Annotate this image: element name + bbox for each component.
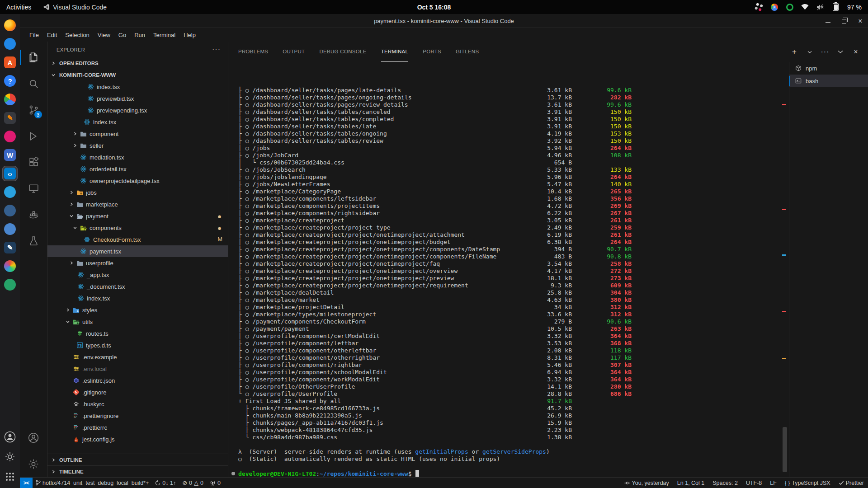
- wiki-icon[interactable]: W: [2, 147, 18, 163]
- root-folder-section[interactable]: KOMINITI-CORE-WWW: [47, 69, 228, 81]
- wifi-icon[interactable]: [801, 3, 809, 11]
- panel-tab-ports[interactable]: PORTS: [423, 42, 441, 62]
- browser-swirl-icon[interactable]: [2, 184, 18, 200]
- terminal-instance-bash[interactable]: bash: [789, 75, 868, 87]
- user-avatar-icon[interactable]: [2, 429, 18, 445]
- tree-item-folder[interactable]: styles: [47, 304, 228, 316]
- terminal-output[interactable]: ├ ○ /dashboard/seller/tasks/pages/late-d…: [228, 62, 781, 477]
- restore-button[interactable]: [841, 18, 847, 24]
- text-editor-icon[interactable]: ✎: [2, 110, 18, 126]
- tree-item-file[interactable]: previewpending.tsx: [47, 104, 228, 116]
- show-applications-grid-icon[interactable]: [2, 469, 18, 484]
- activitybar-settings[interactable]: [20, 451, 47, 477]
- chrome-icon[interactable]: [2, 92, 18, 107]
- menu-run[interactable]: Run: [130, 30, 149, 40]
- tree-item-file[interactable]: _app.tsx: [47, 269, 228, 281]
- tree-item-file[interactable]: .huskyrc: [47, 398, 228, 410]
- tree-item-file[interactable]: previewbid.tsx: [47, 93, 228, 104]
- notes-icon[interactable]: ✎: [2, 240, 18, 255]
- activitybar-accounts[interactable]: [20, 425, 47, 451]
- timeline-section[interactable]: TIMELINE: [47, 465, 228, 477]
- tree-item-file[interactable]: .prettierignore: [47, 410, 228, 422]
- activitybar-extensions[interactable]: [20, 149, 47, 175]
- tree-item-folder[interactable]: jobs: [47, 187, 228, 198]
- firefox-icon[interactable]: [2, 18, 18, 33]
- menu-selection[interactable]: Selection: [61, 30, 93, 40]
- menu-file[interactable]: File: [25, 30, 43, 40]
- activitybar-explorer[interactable]: [20, 44, 47, 70]
- menu-terminal[interactable]: Terminal: [149, 30, 179, 40]
- tree-item-folder[interactable]: payment ●: [47, 210, 228, 222]
- vscode-icon[interactable]: ‹›: [2, 166, 18, 181]
- ports-indicator[interactable]: 0: [207, 478, 224, 488]
- statusbar-language-mode[interactable]: { } TypeScript JSX: [781, 478, 835, 488]
- terminal-prompt[interactable]: developer@DEV-NIG-LT02:~/repos/kominiti-…: [238, 470, 781, 477]
- tree-item-folder[interactable]: component: [47, 128, 228, 140]
- thunderbird-icon[interactable]: [2, 36, 18, 52]
- tree-item-file[interactable]: jest.config.js: [47, 433, 228, 445]
- panel-more-actions-icon[interactable]: ···: [821, 48, 829, 56]
- tree-item-file[interactable]: index.tsx: [47, 81, 228, 93]
- tree-item-folder[interactable]: userprofile: [47, 257, 228, 269]
- tree-item-file[interactable]: mediation.tsx: [47, 151, 228, 163]
- battery-icon[interactable]: [832, 3, 840, 11]
- scrollbar-thumb[interactable]: [783, 427, 787, 472]
- statusbar-encoding[interactable]: UTF-8: [742, 478, 766, 488]
- panel-tab-debug-console[interactable]: DEBUG CONSOLE: [319, 42, 366, 62]
- new-terminal-icon[interactable]: +: [790, 48, 798, 56]
- chrome-icon[interactable]: [770, 3, 778, 11]
- statusbar-cursor-position[interactable]: Ln 1, Col 1: [673, 478, 708, 488]
- problems-indicator[interactable]: ⊘ 0 △ 0: [179, 478, 207, 488]
- terminal-scrollbar[interactable]: [781, 62, 789, 477]
- tree-item-file[interactable]: payment.tsx: [47, 245, 228, 257]
- dock-settings-gear-icon[interactable]: [2, 449, 18, 465]
- panel-tab-gitlens[interactable]: GITLENS: [456, 42, 479, 62]
- statusbar-gitlens-blame[interactable]: You, yesterday: [620, 478, 673, 488]
- panel-tab-problems[interactable]: PROBLEMS: [238, 42, 268, 62]
- menu-view[interactable]: View: [94, 30, 114, 40]
- tree-item-file[interactable]: .env.example: [47, 351, 228, 363]
- media-app-icon[interactable]: [2, 129, 18, 144]
- tree-item-file[interactable]: orderdetail.tsx: [47, 163, 228, 175]
- tree-item-file[interactable]: .prettierrc: [47, 422, 228, 433]
- settings-blue-icon[interactable]: [2, 221, 18, 237]
- focused-app-menu[interactable]: Visual Studio Code: [43, 4, 107, 11]
- tree-item-folder[interactable]: components ●: [47, 222, 228, 234]
- sync-indicator[interactable]: 0↓ 1↑: [152, 478, 179, 488]
- close-button[interactable]: ×: [857, 18, 863, 24]
- tree-item-file[interactable]: routes.ts: [47, 328, 228, 339]
- terminal-instance-npm[interactable]: npm: [789, 62, 868, 75]
- tree-item-file[interactable]: .gitignore: [47, 386, 228, 398]
- panel-minimize-icon[interactable]: [836, 48, 844, 56]
- command-decoration-icon[interactable]: [231, 472, 235, 475]
- app-center-icon[interactable]: A: [2, 55, 18, 70]
- tree-item-file[interactable]: CheckoutForm.tsx M: [47, 234, 228, 245]
- help-icon[interactable]: ?: [2, 73, 18, 89]
- tree-item-file[interactable]: _document.tsx: [47, 281, 228, 292]
- tree-item-file[interactable]: .env.local: [47, 363, 228, 375]
- clock[interactable]: Oct 5 16:08: [417, 0, 451, 14]
- tree-item-folder[interactable]: marketplace: [47, 198, 228, 210]
- activitybar-run-debug[interactable]: [20, 123, 47, 149]
- terminal-link[interactable]: getServerSideProps: [482, 448, 546, 455]
- slack-icon[interactable]: [755, 3, 763, 11]
- docker-icon[interactable]: [2, 203, 18, 218]
- panel-tab-output[interactable]: OUTPUT: [283, 42, 305, 62]
- tree-item-file[interactable]: ownerprojectdetailpage.tsx: [47, 175, 228, 187]
- menu-edit[interactable]: Edit: [43, 30, 61, 40]
- tree-item-folder[interactable]: utils: [47, 316, 228, 328]
- title-bar[interactable]: payment.tsx - kominiti-core-www - Visual…: [20, 14, 868, 28]
- statusbar-formatter[interactable]: Prettier: [835, 478, 868, 488]
- tree-item-folder[interactable]: seller: [47, 140, 228, 151]
- activitybar-testing[interactable]: [20, 228, 47, 254]
- git-branch-indicator[interactable]: hotfix/4714_unit_test_debug_local_build*…: [33, 478, 152, 488]
- terminal-link[interactable]: getInitialProps: [415, 448, 468, 455]
- menu-go[interactable]: Go: [114, 30, 130, 40]
- tree-item-file[interactable]: .eslintrc.json: [47, 375, 228, 386]
- palette-icon[interactable]: [2, 258, 18, 274]
- activitybar-docker[interactable]: [20, 202, 47, 228]
- statusbar-eol[interactable]: LF: [766, 478, 781, 488]
- activitybar-remote-explorer[interactable]: [20, 175, 47, 202]
- activitybar-source-control[interactable]: 3: [20, 97, 47, 123]
- system-tray[interactable]: 97 %: [755, 0, 868, 14]
